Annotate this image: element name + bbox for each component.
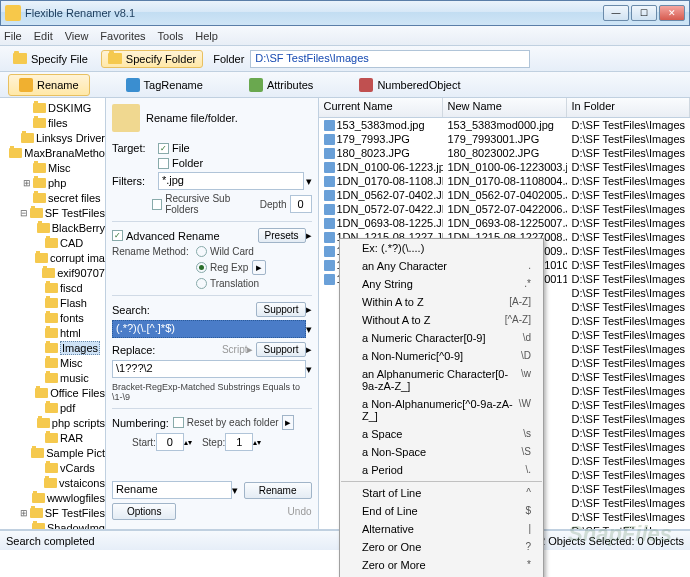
tree-item[interactable]: CAD xyxy=(0,235,105,250)
tree-item[interactable]: vCards xyxy=(0,460,105,475)
start-input[interactable] xyxy=(156,433,184,451)
context-menu-item[interactable]: Zero or More* xyxy=(340,556,543,574)
folder-path-input[interactable]: D:\SF TestFiles\Images xyxy=(250,50,530,68)
tree-item[interactable]: RAR xyxy=(0,430,105,445)
table-row[interactable]: 1DN_0170-08-1108.JPG1DN_0170-08-1108004.… xyxy=(319,174,691,188)
wildcard-radio[interactable] xyxy=(196,246,207,257)
col-new-name[interactable]: New Name xyxy=(443,98,567,117)
menu-view[interactable]: View xyxy=(65,30,89,42)
tree-item[interactable]: BlackBerry xyxy=(0,220,105,235)
tab-numbered[interactable]: NumberedObject xyxy=(349,75,470,95)
context-menu-item[interactable]: Zero or One? xyxy=(340,538,543,556)
context-menu-item[interactable]: a Non-Alphanumeric[^0-9a-zA-Z_]\W xyxy=(340,395,543,425)
table-row[interactable]: 1DN_0693-08-1225.JPG1DN_0693-08-1225007.… xyxy=(319,216,691,230)
tree-item[interactable]: ShadowImg xyxy=(0,520,105,529)
tree-item[interactable]: php scripts xyxy=(0,415,105,430)
options-button[interactable]: Options xyxy=(112,503,176,520)
chevron-right-icon[interactable]: ▸ xyxy=(306,343,312,356)
tree-item[interactable]: files xyxy=(0,115,105,130)
context-menu-item[interactable]: Start of Line^ xyxy=(340,484,543,502)
search-support-button[interactable]: Support xyxy=(256,302,305,317)
target-folder-checkbox[interactable] xyxy=(158,158,169,169)
col-in-folder[interactable]: In Folder xyxy=(567,98,691,117)
regexp-help-icon[interactable]: ▸ xyxy=(252,260,266,275)
table-row[interactable]: 153_5383mod.jpg153_5383mod000.jpgD:\SF T… xyxy=(319,118,691,132)
depth-input[interactable] xyxy=(290,195,312,213)
tree-item[interactable]: Images xyxy=(0,340,105,355)
close-button[interactable]: ✕ xyxy=(659,5,685,21)
step-input[interactable] xyxy=(225,433,253,451)
menu-favorites[interactable]: Favorites xyxy=(100,30,145,42)
translation-radio[interactable] xyxy=(196,278,207,289)
tree-item[interactable]: pdf xyxy=(0,400,105,415)
dropdown-icon[interactable]: ▾ xyxy=(306,323,312,336)
replace-input[interactable]: \1???\2 xyxy=(112,360,306,378)
tree-item[interactable]: Office Files xyxy=(0,385,105,400)
menu-tools[interactable]: Tools xyxy=(158,30,184,42)
tab-rename[interactable]: Rename xyxy=(8,74,90,96)
tree-item[interactable]: music xyxy=(0,370,105,385)
context-menu-item[interactable]: Ex: (.*?)(\....) xyxy=(340,239,543,257)
tree-item[interactable]: Misc xyxy=(0,355,105,370)
context-menu-item[interactable]: Within A to Z[A-Z] xyxy=(340,293,543,311)
recursive-checkbox[interactable] xyxy=(152,199,162,210)
tree-item[interactable]: DSKIMG xyxy=(0,100,105,115)
tree-item[interactable]: ⊞SF TestFiles xyxy=(0,505,105,520)
context-menu-item[interactable]: an Any Character. xyxy=(340,257,543,275)
replace-support-button[interactable]: Support xyxy=(256,342,305,357)
table-row[interactable]: 1DN_0572-07-0422.JPG1DN_0572-07-0422006.… xyxy=(319,202,691,216)
presets-button[interactable]: Presets xyxy=(258,228,306,243)
table-row[interactable]: 179_7993.JPG179_7993001.JPGD:\SF TestFil… xyxy=(319,132,691,146)
maximize-button[interactable]: ☐ xyxy=(631,5,657,21)
context-menu-item[interactable]: a Space\s xyxy=(340,425,543,443)
tree-item[interactable]: wwwlogfiles xyxy=(0,490,105,505)
target-file-checkbox[interactable]: ✓ xyxy=(158,143,169,154)
undo-button[interactable]: Undo xyxy=(288,506,312,517)
specify-file-button[interactable]: Specify File xyxy=(6,50,95,68)
context-menu-item[interactable]: a Non-Numeric[^0-9]\D xyxy=(340,347,543,365)
context-menu-item[interactable]: a Numeric Character[0-9]\d xyxy=(340,329,543,347)
tree-item[interactable]: ⊞php xyxy=(0,175,105,190)
tree-item[interactable]: vstaicons xyxy=(0,475,105,490)
table-row[interactable]: 180_8023.JPG180_8023002.JPGD:\SF TestFil… xyxy=(319,146,691,160)
chevron-right-icon[interactable]: ▸ xyxy=(282,415,294,430)
chevron-right-icon[interactable]: ▸ xyxy=(306,229,312,242)
context-menu-item[interactable]: Without A to Z[^A-Z] xyxy=(340,311,543,329)
tree-item[interactable]: MaxBranaMetho xyxy=(0,145,105,160)
reset-by-folder-checkbox[interactable] xyxy=(173,417,184,428)
context-menu-item[interactable]: an Alphanumeric Character[0-9a-zA-Z_]\w xyxy=(340,365,543,395)
menu-file[interactable]: File xyxy=(4,30,22,42)
menu-edit[interactable]: Edit xyxy=(34,30,53,42)
tree-item[interactable]: fonts xyxy=(0,310,105,325)
tree-item[interactable]: fiscd xyxy=(0,280,105,295)
tree-item[interactable]: Sample Pict xyxy=(0,445,105,460)
regexp-radio[interactable] xyxy=(196,262,207,273)
context-menu-item[interactable]: Any String.* xyxy=(340,275,543,293)
tree-item[interactable]: html xyxy=(0,325,105,340)
tree-item[interactable]: corrupt ima xyxy=(0,250,105,265)
dropdown-icon[interactable]: ▾ xyxy=(306,363,312,376)
tree-item[interactable]: Misc xyxy=(0,160,105,175)
col-current-name[interactable]: Current Name xyxy=(319,98,443,117)
table-row[interactable]: 1DN_0562-07-0402.JPG1DN_0562-07-0402005.… xyxy=(319,188,691,202)
tree-item[interactable]: Linksys Driver xyxy=(0,130,105,145)
rename-button[interactable]: Rename xyxy=(244,482,312,499)
dropdown-icon[interactable]: ▾ xyxy=(232,484,238,497)
folder-tree[interactable]: DSKIMGfilesLinksys DriverMaxBranaMethoMi… xyxy=(0,98,106,529)
tree-item[interactable]: secret files xyxy=(0,190,105,205)
tab-attributes[interactable]: Attributes xyxy=(239,75,323,95)
context-menu-item[interactable]: End of Line$ xyxy=(340,502,543,520)
context-menu-item[interactable]: a Period\. xyxy=(340,461,543,479)
advanced-checkbox[interactable]: ✓ xyxy=(112,230,123,241)
table-row[interactable]: 1DN_0100-06-1223.jpg1DN_0100-06-1223003.… xyxy=(319,160,691,174)
chevron-right-icon[interactable]: ▸ xyxy=(306,303,312,316)
menu-help[interactable]: Help xyxy=(195,30,218,42)
rename-dropdown[interactable]: Rename xyxy=(112,481,232,499)
search-input[interactable]: (.*?)(\.[^.]*$) xyxy=(112,320,306,338)
context-menu-item[interactable]: a Non-Space\S xyxy=(340,443,543,461)
tree-item[interactable]: ⊟SF TestFiles xyxy=(0,205,105,220)
dropdown-icon[interactable]: ▾ xyxy=(306,175,312,188)
context-menu-item[interactable]: Alternative| xyxy=(340,520,543,538)
tree-item[interactable]: exif90707 xyxy=(0,265,105,280)
filters-input[interactable]: *.jpg xyxy=(158,172,304,190)
